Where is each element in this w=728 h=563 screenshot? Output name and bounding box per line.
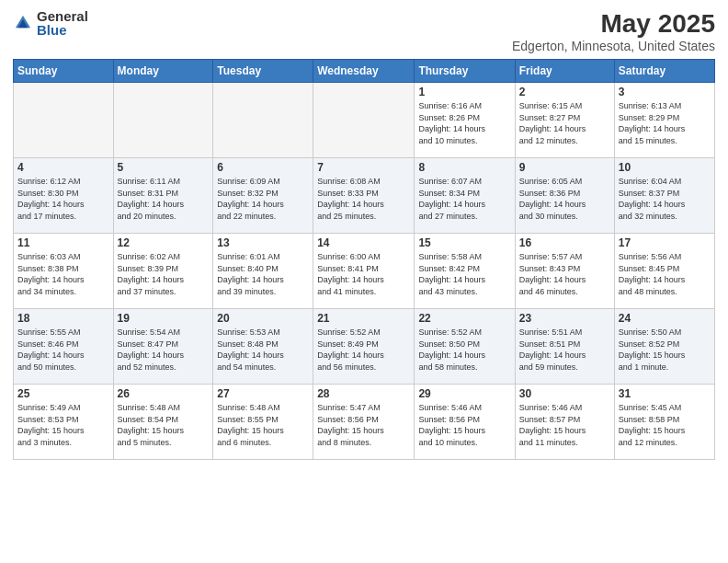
day-number: 4 <box>17 161 109 174</box>
day-number: 25 <box>17 387 109 400</box>
day-info: Sunrise: 6:03 AM Sunset: 8:38 PM Dayligh… <box>17 251 109 297</box>
day-number: 19 <box>118 312 210 325</box>
day-cell: 8Sunrise: 6:07 AM Sunset: 8:34 PM Daylig… <box>415 158 515 234</box>
day-number: 23 <box>519 312 610 325</box>
calendar-header-row: Sunday Monday Tuesday Wednesday Thursday… <box>14 60 715 83</box>
day-number: 24 <box>619 312 711 325</box>
header-saturday: Saturday <box>614 60 714 83</box>
day-cell: 11Sunrise: 6:03 AM Sunset: 8:38 PM Dayli… <box>14 234 114 309</box>
day-cell: 2Sunrise: 6:15 AM Sunset: 8:27 PM Daylig… <box>515 83 614 158</box>
logo: General Blue <box>13 9 88 37</box>
day-number: 7 <box>317 161 410 174</box>
day-info: Sunrise: 5:57 AM Sunset: 8:43 PM Dayligh… <box>519 251 610 297</box>
day-number: 31 <box>619 387 711 400</box>
logo-general: General <box>37 9 88 23</box>
day-number: 26 <box>118 387 210 400</box>
day-info: Sunrise: 6:12 AM Sunset: 8:30 PM Dayligh… <box>17 176 109 222</box>
day-info: Sunrise: 6:02 AM Sunset: 8:39 PM Dayligh… <box>118 251 210 297</box>
day-number: 11 <box>17 236 109 249</box>
week-row-3: 11Sunrise: 6:03 AM Sunset: 8:38 PM Dayli… <box>14 234 715 309</box>
day-cell: 7Sunrise: 6:08 AM Sunset: 8:33 PM Daylig… <box>313 158 415 234</box>
day-cell: 12Sunrise: 6:02 AM Sunset: 8:39 PM Dayli… <box>113 234 213 309</box>
day-info: Sunrise: 5:56 AM Sunset: 8:45 PM Dayligh… <box>619 251 711 297</box>
day-info: Sunrise: 6:00 AM Sunset: 8:41 PM Dayligh… <box>317 251 410 297</box>
calendar-title: May 2025 <box>512 9 715 39</box>
day-info: Sunrise: 5:49 AM Sunset: 8:53 PM Dayligh… <box>17 402 109 448</box>
day-number: 17 <box>619 236 711 249</box>
day-info: Sunrise: 6:11 AM Sunset: 8:31 PM Dayligh… <box>118 176 210 222</box>
week-row-5: 25Sunrise: 5:49 AM Sunset: 8:53 PM Dayli… <box>14 385 715 460</box>
day-number: 6 <box>217 161 309 174</box>
day-cell: 13Sunrise: 6:01 AM Sunset: 8:40 PM Dayli… <box>213 234 313 309</box>
day-cell: 28Sunrise: 5:47 AM Sunset: 8:56 PM Dayli… <box>313 385 415 460</box>
day-number: 30 <box>519 387 610 400</box>
day-cell: 3Sunrise: 6:13 AM Sunset: 8:29 PM Daylig… <box>614 83 714 158</box>
day-cell <box>213 83 313 158</box>
day-number: 28 <box>317 387 410 400</box>
day-number: 27 <box>217 387 309 400</box>
day-info: Sunrise: 5:51 AM Sunset: 8:51 PM Dayligh… <box>519 327 610 373</box>
day-number: 18 <box>17 312 109 325</box>
header-tuesday: Tuesday <box>213 60 313 83</box>
day-cell: 30Sunrise: 5:46 AM Sunset: 8:57 PM Dayli… <box>515 385 614 460</box>
day-info: Sunrise: 5:54 AM Sunset: 8:47 PM Dayligh… <box>118 327 210 373</box>
day-cell: 24Sunrise: 5:50 AM Sunset: 8:52 PM Dayli… <box>614 309 714 385</box>
header-friday: Friday <box>515 60 614 83</box>
page-header: General Blue May 2025 Edgerton, Minnesot… <box>13 9 715 53</box>
day-cell: 18Sunrise: 5:55 AM Sunset: 8:46 PM Dayli… <box>14 309 114 385</box>
day-cell: 25Sunrise: 5:49 AM Sunset: 8:53 PM Dayli… <box>14 385 114 460</box>
day-cell: 1Sunrise: 6:16 AM Sunset: 8:26 PM Daylig… <box>415 83 515 158</box>
day-info: Sunrise: 6:08 AM Sunset: 8:33 PM Dayligh… <box>317 176 410 222</box>
day-cell: 29Sunrise: 5:46 AM Sunset: 8:56 PM Dayli… <box>415 385 515 460</box>
day-info: Sunrise: 6:05 AM Sunset: 8:36 PM Dayligh… <box>519 176 610 222</box>
header-wednesday: Wednesday <box>313 60 415 83</box>
day-info: Sunrise: 5:47 AM Sunset: 8:56 PM Dayligh… <box>317 402 410 448</box>
day-number: 10 <box>619 161 711 174</box>
week-row-2: 4Sunrise: 6:12 AM Sunset: 8:30 PM Daylig… <box>14 158 715 234</box>
day-info: Sunrise: 5:46 AM Sunset: 8:57 PM Dayligh… <box>519 402 610 448</box>
day-number: 9 <box>519 161 610 174</box>
day-cell: 10Sunrise: 6:04 AM Sunset: 8:37 PM Dayli… <box>614 158 714 234</box>
day-cell: 20Sunrise: 5:53 AM Sunset: 8:48 PM Dayli… <box>213 309 313 385</box>
day-cell: 22Sunrise: 5:52 AM Sunset: 8:50 PM Dayli… <box>415 309 515 385</box>
day-number: 16 <box>519 236 610 249</box>
day-cell: 5Sunrise: 6:11 AM Sunset: 8:31 PM Daylig… <box>113 158 213 234</box>
day-cell <box>14 83 114 158</box>
day-info: Sunrise: 5:52 AM Sunset: 8:50 PM Dayligh… <box>418 327 510 373</box>
day-cell: 6Sunrise: 6:09 AM Sunset: 8:32 PM Daylig… <box>213 158 313 234</box>
calendar-subtitle: Edgerton, Minnesota, United States <box>512 39 715 53</box>
day-cell: 27Sunrise: 5:48 AM Sunset: 8:55 PM Dayli… <box>213 385 313 460</box>
day-cell: 26Sunrise: 5:48 AM Sunset: 8:54 PM Dayli… <box>113 385 213 460</box>
day-info: Sunrise: 5:45 AM Sunset: 8:58 PM Dayligh… <box>619 402 711 448</box>
day-cell: 16Sunrise: 5:57 AM Sunset: 8:43 PM Dayli… <box>515 234 614 309</box>
day-info: Sunrise: 5:52 AM Sunset: 8:49 PM Dayligh… <box>317 327 410 373</box>
day-cell: 15Sunrise: 5:58 AM Sunset: 8:42 PM Dayli… <box>415 234 515 309</box>
day-cell: 9Sunrise: 6:05 AM Sunset: 8:36 PM Daylig… <box>515 158 614 234</box>
week-row-4: 18Sunrise: 5:55 AM Sunset: 8:46 PM Dayli… <box>14 309 715 385</box>
day-cell: 17Sunrise: 5:56 AM Sunset: 8:45 PM Dayli… <box>614 234 714 309</box>
day-info: Sunrise: 5:53 AM Sunset: 8:48 PM Dayligh… <box>217 327 309 373</box>
day-number: 15 <box>418 236 510 249</box>
day-number: 12 <box>118 236 210 249</box>
day-cell: 21Sunrise: 5:52 AM Sunset: 8:49 PM Dayli… <box>313 309 415 385</box>
day-info: Sunrise: 5:55 AM Sunset: 8:46 PM Dayligh… <box>17 327 109 373</box>
day-info: Sunrise: 6:13 AM Sunset: 8:29 PM Dayligh… <box>619 100 711 146</box>
header-sunday: Sunday <box>14 60 114 83</box>
header-thursday: Thursday <box>415 60 515 83</box>
day-number: 13 <box>217 236 309 249</box>
day-cell <box>113 83 213 158</box>
day-number: 14 <box>317 236 410 249</box>
day-number: 20 <box>217 312 309 325</box>
day-number: 8 <box>418 161 510 174</box>
day-number: 3 <box>619 86 711 98</box>
logo-blue: Blue <box>37 23 88 37</box>
day-info: Sunrise: 6:16 AM Sunset: 8:26 PM Dayligh… <box>418 100 510 146</box>
calendar-page: General Blue May 2025 Edgerton, Minnesot… <box>0 0 728 563</box>
day-info: Sunrise: 6:09 AM Sunset: 8:32 PM Dayligh… <box>217 176 309 222</box>
week-row-1: 1Sunrise: 6:16 AM Sunset: 8:26 PM Daylig… <box>14 83 715 158</box>
title-section: May 2025 Edgerton, Minnesota, United Sta… <box>512 9 715 53</box>
day-number: 22 <box>418 312 510 325</box>
day-cell: 14Sunrise: 6:00 AM Sunset: 8:41 PM Dayli… <box>313 234 415 309</box>
day-number: 29 <box>418 387 510 400</box>
day-info: Sunrise: 6:15 AM Sunset: 8:27 PM Dayligh… <box>519 100 610 146</box>
